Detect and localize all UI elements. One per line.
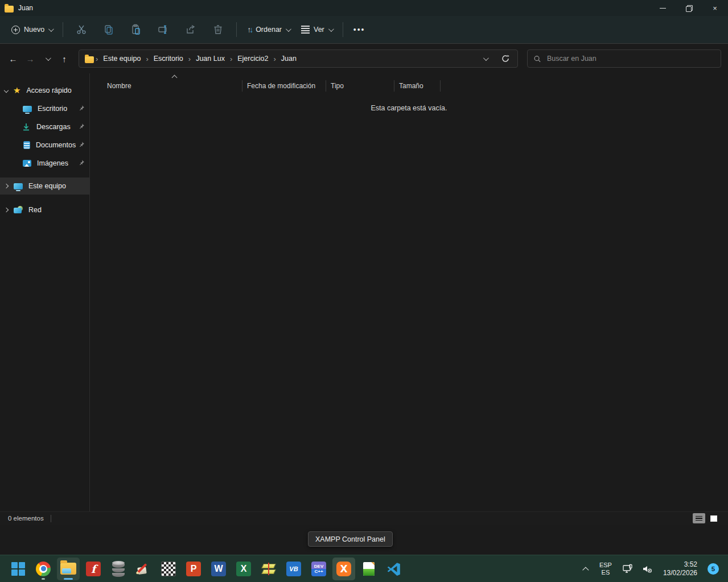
recent-locations-button[interactable] [39, 50, 56, 67]
xampp-taskbar-button[interactable]: X [332, 558, 355, 580]
sidebar-item-red[interactable]: Red [0, 201, 89, 219]
f-app-taskbar-button[interactable]: f [82, 558, 105, 580]
details-view-button[interactable] [693, 513, 705, 523]
network-icon [622, 563, 634, 575]
download-icon [22, 122, 31, 131]
flowchart-app-taskbar-button[interactable] [257, 558, 280, 580]
active-indicator [64, 578, 73, 580]
breadcrumb-separator: › [94, 55, 100, 63]
this-pc-icon [14, 183, 23, 189]
excel-icon: X [236, 562, 251, 576]
keyboard-app-taskbar-button[interactable] [157, 558, 180, 580]
column-header-tipo[interactable]: Tipo [326, 78, 394, 94]
address-dropdown-button[interactable] [476, 50, 493, 67]
plus-icon [11, 26, 20, 34]
restore-button[interactable] [676, 0, 702, 16]
pencil-app-taskbar-button[interactable] [132, 558, 155, 580]
up-button[interactable]: ↑ [56, 50, 73, 67]
sidebar-item-label: Documentos [36, 141, 76, 149]
breadcrumb-item[interactable]: Este equipo [100, 52, 144, 65]
vscode-taskbar-button[interactable] [382, 558, 405, 580]
chevron-right-icon [4, 184, 9, 188]
language-indicator[interactable]: ESP ES [599, 562, 612, 576]
search-input[interactable] [547, 55, 715, 63]
column-divider[interactable] [440, 80, 441, 92]
back-button[interactable]: ← [5, 50, 22, 67]
excel-taskbar-button[interactable]: X [232, 558, 255, 580]
file-explorer-window: Juan × Nuevo [0, 0, 728, 555]
separator [51, 515, 51, 522]
sidebar-item-este-equipo[interactable]: Este equipo [0, 178, 89, 195]
sidebar-item-label: Escritorio [38, 105, 67, 113]
sidebar-item-descargas[interactable]: Descargas [0, 118, 89, 136]
taskbar-apps: f P W X VB [7, 558, 405, 580]
column-header-nombre[interactable]: Nombre [90, 78, 242, 94]
column-header-tamano[interactable]: Tamaño [394, 78, 441, 94]
volume-muted-button[interactable] [640, 562, 654, 576]
paste-button[interactable] [125, 20, 147, 39]
column-headers: Nombre Fecha de modificación Tipo Tamaño [90, 78, 728, 94]
document-icon [23, 141, 30, 149]
running-indicator [42, 578, 45, 580]
breadcrumb-separator: › [187, 55, 192, 63]
close-button[interactable]: × [702, 0, 728, 16]
minimize-button[interactable] [649, 0, 676, 16]
start-button[interactable] [7, 558, 30, 580]
folder-icon [85, 56, 94, 63]
breadcrumb-item[interactable]: Juan [278, 52, 300, 65]
database-icon [112, 561, 125, 577]
address-bar[interactable]: › Este equipo › Escritorio › Juan Lux › … [79, 49, 518, 68]
notification-badge[interactable]: 5 [708, 563, 719, 575]
sidebar-item-imagenes[interactable]: Imágenes [0, 154, 89, 172]
powerpoint-icon: P [186, 562, 201, 576]
trash-icon [212, 24, 224, 35]
large-icons-view-button[interactable] [708, 513, 720, 523]
sidebar-item-label: Descargas [36, 123, 71, 131]
rename-icon [158, 24, 169, 35]
sort-button[interactable]: ↑↓ Ordenar [241, 22, 295, 38]
cut-button[interactable] [70, 20, 93, 39]
hidden-icons-chevron[interactable] [582, 567, 589, 573]
window-title: Juan [18, 4, 33, 12]
new-button[interactable]: Nuevo [6, 22, 58, 38]
column-header-fecha[interactable]: Fecha de modificación [242, 78, 326, 94]
sidebar-item-documentos[interactable]: Documentos [0, 136, 89, 154]
editor-app-taskbar-button[interactable] [357, 558, 380, 580]
copy-button[interactable] [97, 20, 120, 39]
more-options-button[interactable]: ••• [348, 22, 371, 38]
command-bar: Nuevo ↑↓ [0, 16, 728, 44]
dev-cpp-taskbar-button[interactable]: DEVC++ [307, 558, 330, 580]
breadcrumb-item[interactable]: Ejercicio2 [234, 52, 272, 65]
refresh-button[interactable] [497, 50, 514, 67]
visual-basic-taskbar-button[interactable]: VB [282, 558, 305, 580]
pin-icon [78, 159, 85, 166]
rename-button[interactable] [152, 20, 175, 39]
new-label: Nuevo [24, 26, 44, 34]
network-tray-button[interactable] [621, 562, 635, 576]
share-button[interactable] [179, 20, 202, 39]
breadcrumb-item[interactable]: Escritorio [150, 52, 187, 65]
minimize-icon [660, 8, 666, 9]
view-label: Ver [314, 26, 324, 34]
powerpoint-taskbar-button[interactable]: P [182, 558, 205, 580]
word-icon: W [211, 562, 226, 576]
breadcrumb-item[interactable]: Juan Lux [192, 52, 228, 65]
delete-button[interactable] [207, 20, 229, 39]
file-list-area: Nombre Fecha de modificación Tipo Tamaño [90, 73, 728, 511]
word-taskbar-button[interactable]: W [207, 558, 230, 580]
chrome-icon [36, 562, 51, 576]
clock[interactable]: 3:52 13/02/2026 [663, 560, 697, 577]
forward-button[interactable]: → [22, 50, 39, 67]
search-box[interactable] [527, 49, 721, 68]
f-app-icon: f [86, 562, 101, 576]
chrome-taskbar-button[interactable] [32, 558, 55, 580]
chevron-down-icon [286, 26, 291, 32]
database-app-taskbar-button[interactable] [107, 558, 130, 580]
network-icon [14, 207, 23, 213]
column-label: Tamaño [399, 82, 423, 90]
sidebar-item-escritorio[interactable]: Escritorio [0, 100, 89, 118]
breadcrumb-separator: › [272, 55, 277, 63]
view-button[interactable]: Ver [295, 22, 338, 37]
sidebar-item-quick-access[interactable]: ★ Acceso rápido [0, 81, 89, 100]
file-explorer-taskbar-button[interactable] [57, 558, 80, 580]
